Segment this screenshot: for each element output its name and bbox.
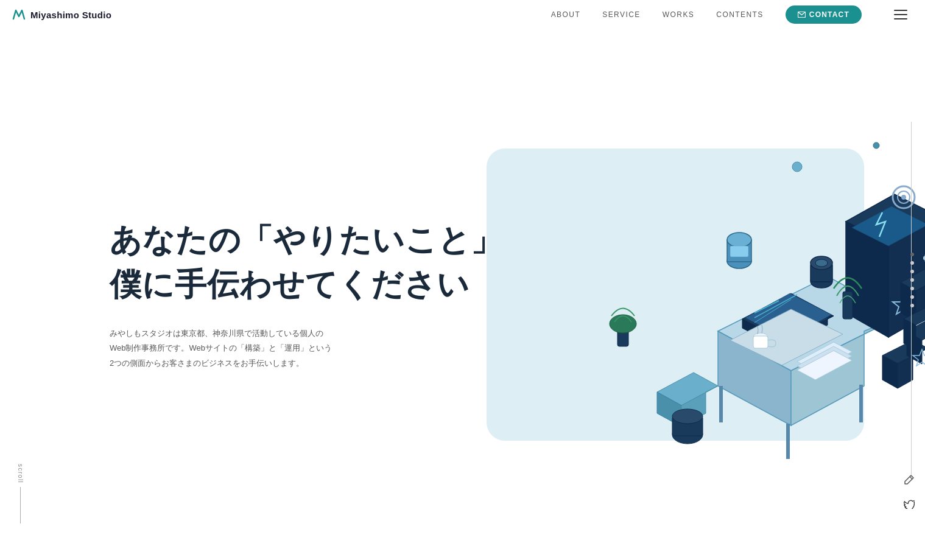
nav-about[interactable]: ABOUT [551,10,581,19]
dot-4[interactable] [910,278,914,282]
svg-point-32 [672,409,703,424]
main-content: あなたの「やりたいこと」 僕に手伝わせてください みやしもスタジオは東京都、神奈… [0,0,925,560]
logo-area[interactable]: Miyashimo Studio [12,8,111,21]
site-header: Miyashimo Studio ABOUT SERVICE WORKS CON… [0,0,925,29]
contact-button[interactable]: CONTACT [786,5,862,24]
desc-line1: みやしもスタジオは東京都、神奈川県で活動している個人の [110,329,323,338]
dot-3[interactable] [910,270,914,273]
desc-line3: 2つの側面からお客さまのビジネスをお手伝いします。 [110,359,304,368]
twitter-icon-button[interactable] [902,497,916,511]
svg-point-51 [727,233,751,247]
workspace-illustration [450,112,925,477]
scroll-line [20,487,21,523]
hero-heading-line1: あなたの「やりたいこと」 [110,222,503,257]
hero-heading: あなたの「やりたいこと」 僕に手伝わせてください [110,218,503,307]
menu-line-3 [894,18,907,19]
hero-heading-line2: 僕に手伝わせてください [110,267,470,302]
hamburger-menu-button[interactable] [891,5,910,24]
dot-2[interactable] [910,261,914,265]
twitter-icon [904,500,915,509]
svg-line-64 [910,477,912,479]
pencil-icon [904,474,915,485]
svg-point-55 [901,195,906,200]
svg-point-20 [610,315,636,333]
svg-rect-52 [730,246,748,257]
logo-icon [12,8,26,21]
desc-line2: Web制作事務所です。Webサイトの「構築」と「運用」という [110,343,332,352]
dot-5[interactable] [910,287,914,290]
mail-icon [798,12,806,18]
nav-contents[interactable]: CONTENTS [716,10,764,19]
hero-section: あなたの「やりたいこと」 僕に手伝わせてください みやしもスタジオは東京都、神奈… [0,29,925,560]
svg-point-62 [792,162,802,172]
svg-point-63 [873,142,879,149]
hero-description: みやしもスタジオは東京都、神奈川県で活動している個人の Web制作事務所です。W… [110,326,353,371]
menu-line-2 [894,14,907,15]
menu-line-1 [894,10,907,11]
nav-works[interactable]: WORKS [663,10,695,19]
hero-illustration [450,112,925,477]
pencil-icon-button[interactable] [902,472,916,487]
dot-1[interactable] [910,253,914,256]
dot-6[interactable] [910,295,914,299]
scroll-text: scroll [17,464,24,483]
logo-text: Miyashimo Studio [30,10,111,20]
nav-service[interactable]: SERVICE [602,10,641,19]
page-dots [910,253,914,307]
contact-label: CONTACT [809,10,849,19]
svg-rect-26 [753,336,768,348]
scroll-indicator: scroll [17,464,24,523]
dot-7[interactable] [910,304,914,307]
social-icons [902,472,916,511]
main-nav: ABOUT SERVICE WORKS CONTENTS CONTACT [551,5,910,24]
hero-text-block: あなたの「やりたいこと」 僕に手伝わせてください みやしもスタジオは東京都、神奈… [110,218,503,371]
svg-point-47 [815,259,828,267]
